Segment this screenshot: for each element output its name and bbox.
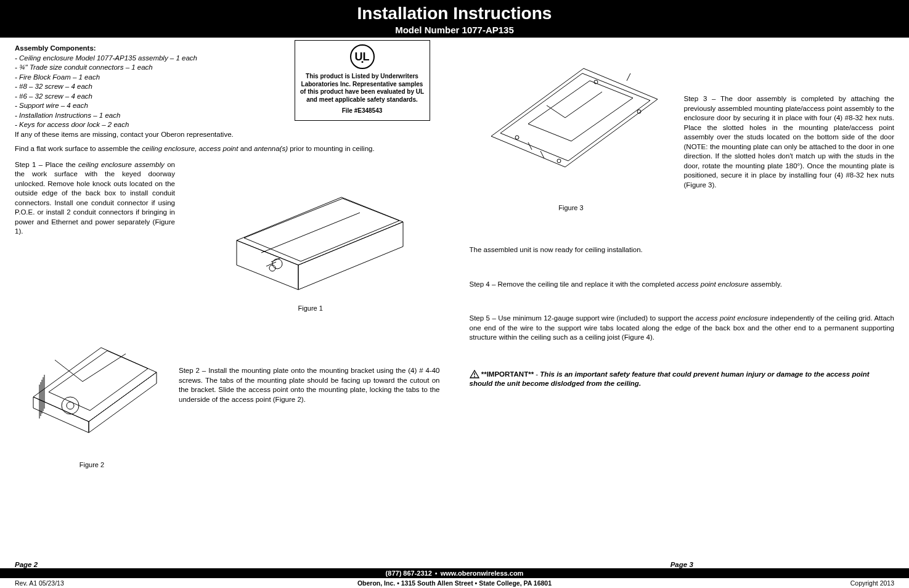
text-fragment: on the work surface with the keyed doorw… bbox=[15, 161, 175, 235]
step-5-text: Step 5 – Use minimum 12-gauge support wi… bbox=[470, 314, 895, 343]
text-emphasis: access point enclosure bbox=[677, 280, 749, 288]
components-missing-note: If any of these items are missing, conta… bbox=[15, 130, 440, 140]
figure-2-label: Figure 2 bbox=[15, 460, 169, 470]
ul-logo-text: UL bbox=[355, 50, 370, 64]
figure-1: Figure 1 bbox=[181, 160, 440, 313]
footer-black-bar: (877) 867-2312•www.oberonwireless.com bbox=[0, 568, 909, 578]
footer-phone: (877) 867-2312 bbox=[386, 570, 432, 577]
svg-point-18 bbox=[62, 397, 79, 414]
important-label: **IMPORTANT** bbox=[481, 370, 534, 378]
footer-website: www.oberonwireless.com bbox=[441, 570, 524, 577]
bullet-icon: • bbox=[432, 570, 441, 577]
text-fragment: Step 5 – Use minimum 12-gauge support wi… bbox=[470, 314, 696, 322]
svg-marker-12 bbox=[49, 351, 148, 410]
svg-point-5 bbox=[272, 259, 282, 269]
ul-certification-box: UL This product is Listed by Underwriter… bbox=[295, 40, 430, 121]
figure-2: Figure 2 bbox=[15, 323, 169, 469]
page-number-right: Page 3 bbox=[455, 561, 910, 568]
svg-line-21 bbox=[83, 354, 126, 382]
address-street: 1315 South Allen Street bbox=[401, 579, 473, 587]
svg-point-34 bbox=[474, 376, 475, 377]
svg-marker-9 bbox=[33, 348, 157, 422]
copyright-label: Copyright 2013 bbox=[850, 579, 894, 587]
text-emphasis: access point enclosure bbox=[696, 314, 768, 322]
important-safety-note: **IMPORTANT** - This is an important saf… bbox=[470, 370, 895, 389]
page-2-column: UL This product is Listed by Underwriter… bbox=[0, 38, 455, 561]
text-fragment: and bbox=[238, 145, 254, 152]
enclosure-isometric-icon bbox=[200, 160, 422, 299]
svg-point-25 bbox=[515, 136, 519, 139]
page-number-row: Page 2 Page 3 bbox=[0, 561, 909, 568]
doc-title: Installation Instructions bbox=[0, 4, 909, 23]
door-assembly-isometric-icon bbox=[473, 44, 670, 198]
page-3-column: Figure 3 Step 3 – The door assembly is c… bbox=[455, 38, 910, 561]
revision-label: Rev. A1 05/23/13 bbox=[15, 579, 64, 587]
svg-marker-24 bbox=[528, 81, 633, 141]
svg-point-19 bbox=[67, 402, 74, 409]
figure-3-label: Figure 3 bbox=[470, 203, 673, 213]
text-emphasis: ceiling enclosure assembly bbox=[78, 161, 165, 168]
svg-marker-11 bbox=[89, 372, 157, 433]
mounting-plate-isometric-icon bbox=[21, 323, 163, 446]
svg-line-7 bbox=[271, 258, 281, 262]
text-emphasis: antenna(s) bbox=[254, 145, 288, 152]
model-number: Model Number 1077-AP135 bbox=[0, 25, 909, 35]
svg-marker-3 bbox=[244, 198, 399, 261]
text-emphasis: ceiling enclosure, access point bbox=[142, 145, 238, 152]
text-fragment: Find a flat work surface to assemble the bbox=[15, 145, 142, 152]
company-address: Oberon, Inc. • 1315 South Allen Street •… bbox=[357, 579, 552, 587]
text-fragment: prior to mounting in ceiling. bbox=[288, 145, 375, 152]
ul-statement: This product is Listed by Underwriters L… bbox=[300, 73, 425, 104]
ul-file-number: File #E348543 bbox=[300, 107, 425, 115]
warning-triangle-icon bbox=[470, 370, 479, 378]
assembled-note: The assembled unit is now ready for ceil… bbox=[470, 245, 895, 255]
address-city: State College, PA 16801 bbox=[479, 579, 552, 587]
page-number-left: Page 2 bbox=[0, 561, 455, 568]
flat-surface-instruction: Find a flat work surface to assemble the… bbox=[15, 144, 440, 154]
svg-line-4 bbox=[261, 213, 360, 253]
component-item: - Keys for access door lock – 2 each bbox=[15, 120, 440, 130]
step-4-text: Step 4 – Remove the ceiling tile and rep… bbox=[470, 280, 895, 290]
step-1-text: Step 1 – Place the ceiling enclosure ass… bbox=[15, 160, 175, 313]
svg-point-28 bbox=[557, 159, 561, 163]
text-fragment: - bbox=[534, 370, 540, 378]
company-name: Oberon, Inc. bbox=[357, 579, 395, 587]
figure-3: Figure 3 bbox=[470, 44, 673, 212]
text-fragment: Step 1 – Place the bbox=[15, 161, 78, 168]
bullet-icon: • bbox=[397, 579, 401, 587]
figure-1-label: Figure 1 bbox=[181, 304, 440, 313]
step-3-text: Step 3 – The door assembly is completed … bbox=[684, 94, 895, 190]
step-2-text: Step 2 – Install the mounting plate onto… bbox=[179, 366, 440, 404]
footer-info-row: Rev. A1 05/23/13 Oberon, Inc. • 1315 Sou… bbox=[0, 578, 909, 588]
svg-line-31 bbox=[627, 73, 630, 81]
ul-logo-icon: UL bbox=[350, 44, 375, 69]
text-fragment: Step 4 – Remove the ceiling tile and rep… bbox=[470, 280, 677, 288]
svg-marker-22 bbox=[491, 68, 658, 167]
title-banner: Installation Instructions Model Number 1… bbox=[0, 0, 909, 38]
text-fragment: assembly. bbox=[749, 280, 782, 288]
